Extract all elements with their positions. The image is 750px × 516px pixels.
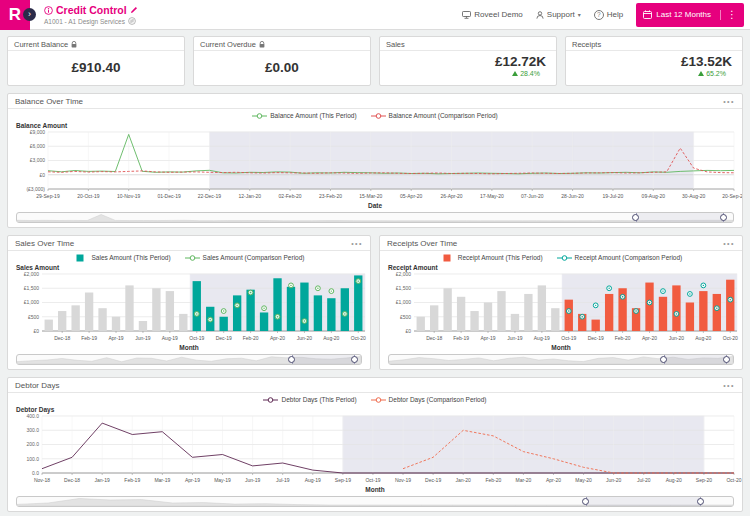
svg-text:£2,000: £2,000 (24, 272, 40, 277)
svg-text:Aug-20: Aug-20 (323, 335, 339, 341)
sales-range-slider[interactable] (16, 354, 362, 365)
kpi-delta: 65.2% (566, 70, 742, 77)
svg-text:10-Nov-19: 10-Nov-19 (117, 193, 141, 199)
legend-item[interactable]: Receipt Amount (Comparison Period) (557, 254, 683, 262)
svg-text:Jan-20: Jan-20 (456, 477, 472, 483)
legend-item[interactable]: Sales Amount (Comparison Period) (185, 254, 305, 262)
kpi-label: Current Overdue (200, 40, 256, 49)
legend-label: Debtor Days (Comparison Period) (389, 396, 487, 403)
legend-item[interactable]: Balance Amount (This Period) (252, 112, 356, 120)
svg-text:12-Jan-20: 12-Jan-20 (239, 193, 262, 199)
svg-text:£1,500: £1,500 (24, 285, 40, 291)
user-menu[interactable]: Roveel Demo (462, 10, 522, 19)
svg-text:29-Sep-19: 29-Sep-19 (36, 193, 60, 199)
svg-text:Dec-19: Dec-19 (425, 477, 441, 483)
chart-legend: Sales Amount (This Period)Sales Amount (… (8, 251, 370, 264)
svg-text:Apr-19: Apr-19 (185, 477, 200, 483)
svg-text:Nov-19: Nov-19 (395, 477, 411, 483)
panel-header: Receipts Over Time ••• (380, 236, 742, 251)
kpi-delta: 28.4% (380, 70, 556, 77)
svg-text:Oct-20: Oct-20 (723, 335, 738, 341)
svg-text:Feb-20: Feb-20 (243, 335, 259, 341)
edit-icon[interactable] (130, 6, 138, 14)
svg-text:(£3,000): (£3,000) (26, 186, 45, 192)
slider-handle-end[interactable] (723, 356, 730, 363)
svg-text:£500: £500 (400, 314, 411, 320)
panel-menu-icon[interactable]: ••• (723, 240, 735, 247)
receipts-range-slider[interactable] (388, 354, 734, 365)
kebab-menu-icon[interactable]: ⋮ (720, 10, 737, 20)
slider-handle-end[interactable] (351, 356, 358, 363)
panel-menu-icon[interactable]: ••• (723, 98, 735, 105)
kpi-value: £0.00 (194, 60, 370, 75)
svg-text:Jun-19: Jun-19 (507, 335, 523, 341)
svg-text:£6,000: £6,000 (30, 143, 46, 149)
svg-text:£1,000: £1,000 (24, 299, 40, 305)
svg-text:Dec-18: Dec-18 (54, 335, 70, 341)
svg-text:Feb-19: Feb-19 (124, 477, 140, 483)
debtor-days-chart[interactable]: 400.0300.0200.0100.00.0Nov-18Dec-18Jan-1… (8, 414, 742, 486)
svg-text:23-Feb-20: 23-Feb-20 (319, 193, 342, 199)
chart-legend: Debtor Days (This Period)Debtor Days (Co… (8, 393, 742, 406)
svg-text:01-Dec-19: 01-Dec-19 (157, 193, 181, 199)
chevron-down-icon: ▾ (578, 11, 581, 18)
slider-selected-range[interactable] (586, 497, 701, 506)
x-axis-title: Month (380, 344, 742, 353)
legend-item[interactable]: Receipt Amount (This Period) (440, 254, 543, 262)
svg-text:May-19: May-19 (214, 477, 231, 483)
help-menu[interactable]: ? Help (594, 10, 623, 20)
kpi-delta-value: 65.2% (706, 70, 726, 77)
legend-square-swatch-icon (73, 254, 88, 262)
support-menu[interactable]: Support ▾ (536, 10, 581, 19)
period-button[interactable]: Last 12 Months ⋮ (636, 3, 744, 27)
kpi-label: Receipts (572, 40, 601, 49)
sidebar-toggle-chevron-icon[interactable]: › (23, 8, 36, 21)
kpi-label: Sales (386, 40, 405, 49)
svg-text:09-Aug-20: 09-Aug-20 (642, 193, 666, 199)
legend-label: Receipt Amount (This Period) (458, 254, 543, 261)
slider-sparkline (17, 213, 733, 222)
slider-selected-range[interactable] (636, 213, 724, 222)
panel-header: Balance Over Time ••• (8, 94, 742, 109)
switch-company-icon[interactable] (128, 17, 136, 25)
y-axis-title: Receipt Amount (388, 264, 742, 272)
legend-item[interactable]: Sales Amount (This Period) (73, 254, 170, 262)
up-triangle-icon (698, 71, 704, 76)
kpi-delta-value: 28.4% (520, 70, 540, 77)
panel-title: Debtor Days (15, 381, 59, 390)
kpi-row: Current Balance £910.40 Current Overdue … (7, 36, 743, 86)
balance-over-time-chart[interactable]: £9,000£6,000£3,000£0(£3,000)29-Sep-1920-… (8, 130, 742, 202)
svg-text:Jul-20: Jul-20 (637, 477, 651, 483)
balance-range-slider[interactable] (16, 212, 734, 223)
receipts-over-time-chart[interactable]: £2,000£1,500£1,000£500£0Dec-18Feb-19Apr-… (380, 272, 742, 344)
slider-handle-end[interactable] (697, 498, 704, 505)
debtor-range-slider[interactable] (16, 496, 734, 507)
legend-item[interactable]: Debtor Days (Comparison Period) (371, 396, 487, 404)
slider-selected-range[interactable] (664, 355, 727, 364)
period-label: Last 12 Months (656, 10, 711, 19)
svg-text:17-May-20: 17-May-20 (480, 193, 504, 199)
svg-text:300.0: 300.0 (26, 427, 39, 433)
panel-sales-over-time: Sales Over Time ••• Sales Amount (This P… (7, 235, 371, 370)
svg-text:Aug-19: Aug-19 (162, 335, 178, 341)
panel-menu-icon[interactable]: ••• (723, 382, 735, 389)
legend-label: Debtor Days (This Period) (281, 396, 356, 403)
panel-header: Sales Over Time ••• (8, 236, 370, 251)
svg-text:02-Feb-20: 02-Feb-20 (279, 193, 302, 199)
info-icon[interactable] (44, 6, 53, 15)
charts-row: Sales Over Time ••• Sales Amount (This P… (7, 235, 743, 370)
svg-text:Apr-20: Apr-20 (270, 335, 285, 341)
y-axis-title: Balance Amount (16, 122, 742, 130)
panel-menu-icon[interactable]: ••• (351, 240, 363, 247)
legend-item[interactable]: Debtor Days (This Period) (263, 396, 356, 404)
chart-legend: Balance Amount (This Period)Balance Amou… (8, 109, 742, 122)
legend-square-swatch-icon (440, 254, 455, 262)
svg-text:Jun-19: Jun-19 (135, 335, 151, 341)
y-axis-title: Sales Amount (16, 264, 370, 272)
legend-item[interactable]: Balance Amount (Comparison Period) (371, 112, 498, 120)
sales-over-time-chart[interactable]: £2,000£1,500£1,000£500£0Dec-18Feb-19Apr-… (8, 272, 370, 344)
svg-text:Mar-19: Mar-19 (154, 477, 170, 483)
slider-selected-range[interactable] (292, 355, 355, 364)
svg-text:Jun-20: Jun-20 (669, 335, 685, 341)
svg-text:Apr-20: Apr-20 (546, 477, 561, 483)
